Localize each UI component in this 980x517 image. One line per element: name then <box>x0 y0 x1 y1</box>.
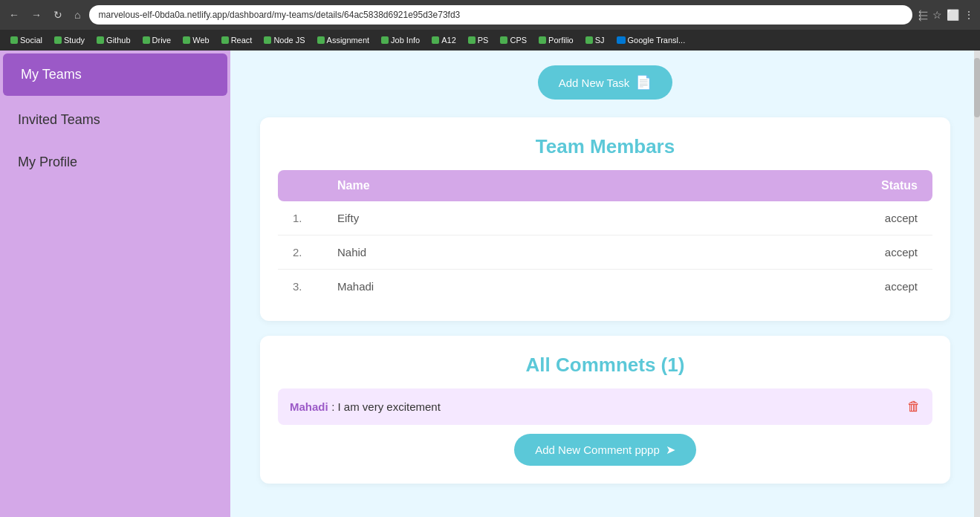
refresh-button[interactable]: ↻ <box>51 6 65 24</box>
browser-chrome: ← → ↻ ⌂ marvelous-elf-0bda0a.netlify.app… <box>0 0 980 30</box>
bookmark-drive[interactable]: Drive <box>138 34 176 46</box>
sidebar-item-invited-teams[interactable]: Invited Teams <box>0 99 230 141</box>
bookmark-icon-drive <box>143 36 150 44</box>
member-status: accept <box>628 201 932 235</box>
bookmark-icon-jobinfo <box>381 36 389 44</box>
member-status: accept <box>628 270 932 304</box>
url-text: marvelous-elf-0bda0a.netlify.app/dashboa… <box>98 10 460 20</box>
main-content: Add New Task 📄 Team Membars Name Status <box>230 51 980 517</box>
back-button[interactable]: ← <box>6 6 22 24</box>
add-comment-button[interactable]: Add New Comment pppp ➤ <box>514 434 696 466</box>
forward-button[interactable]: → <box>28 6 45 24</box>
add-task-button[interactable]: Add New Task 📄 <box>538 65 673 100</box>
add-task-wrapper: Add New Task 📄 <box>260 65 950 100</box>
col-header-index <box>278 170 322 201</box>
menu-icon[interactable]: ⋮ <box>964 9 974 22</box>
delete-comment-button[interactable]: 🗑 <box>907 399 921 414</box>
bookmark-sj[interactable]: SJ <box>581 34 609 46</box>
bookmark-icon-sj <box>585 36 593 44</box>
table-row: 2. Nahid accept <box>278 235 932 270</box>
bookmark-icon-a12 <box>432 36 439 44</box>
member-name: Mahadi <box>322 270 628 304</box>
table-row: 1. Eifty accept <box>278 201 932 235</box>
sidebar-item-my-teams[interactable]: My Teams <box>3 53 227 96</box>
bookmark-assignment[interactable]: Assignment <box>313 34 374 46</box>
comments-card: All Commnets (1) Mahadi : I am very exci… <box>260 336 950 484</box>
comment-item: Mahadi : I am very excitement 🗑 <box>278 388 932 425</box>
member-name: Eifty <box>322 201 628 235</box>
col-header-name: Name <box>322 170 628 201</box>
members-table: Name Status 1. Eifty accept 2. Nahid acc… <box>278 170 932 303</box>
team-members-card: Team Membars Name Status 1. Eifty <box>260 117 950 321</box>
comment-content: Mahadi : I am very excitement <box>290 400 441 414</box>
bookmark-a12[interactable]: A12 <box>427 34 461 46</box>
bookmark-study[interactable]: Study <box>50 34 89 46</box>
star-icon[interactable]: ☆ <box>932 9 942 22</box>
member-status: accept <box>628 235 932 270</box>
bookmark-icon-react <box>221 36 229 44</box>
bookmark-icon-web <box>183 36 190 44</box>
scroll-thumb[interactable] <box>974 58 980 117</box>
bookmark-nodejs[interactable]: Node JS <box>259 34 309 46</box>
sidebar-item-my-profile[interactable]: My Profile <box>0 141 230 183</box>
bookmark-icon-cps <box>500 36 507 44</box>
browser-toolbar-icons: ⬱ ☆ ⬜ ⋮ <box>918 9 974 22</box>
team-members-title: Team Membars <box>278 135 932 158</box>
share-icon[interactable]: ⬱ <box>918 9 928 22</box>
bookmark-cps[interactable]: CPS <box>496 34 531 46</box>
comments-title: All Commnets (1) <box>278 354 932 377</box>
bookmark-icon-porfilio <box>539 36 546 44</box>
table-header-row: Name Status <box>278 170 932 201</box>
bookmark-icon-social <box>10 36 18 44</box>
table-row: 3. Mahadi accept <box>278 270 932 304</box>
bookmark-icon-ps <box>468 36 476 44</box>
bookmark-web[interactable]: Web <box>178 34 213 46</box>
sidebar: My Teams Invited Teams My Profile <box>0 51 230 517</box>
bookmark-icon-assignment <box>317 36 325 44</box>
bookmark-icon-study <box>54 36 62 44</box>
bookmark-social[interactable]: Social <box>6 34 47 46</box>
send-icon: ➤ <box>666 443 675 457</box>
bookmark-icon-github <box>97 36 104 44</box>
bookmark-icon-nodejs <box>264 36 271 44</box>
bookmark-jobinfo[interactable]: Job Info <box>377 34 424 46</box>
bookmark-github[interactable]: Github <box>92 34 134 46</box>
bookmark-google-translate[interactable]: Google Transl... <box>612 34 690 46</box>
address-bar[interactable]: marvelous-elf-0bda0a.netlify.app/dashboa… <box>89 5 912 25</box>
scrollbar[interactable] <box>974 51 980 517</box>
document-icon: 📄 <box>635 74 652 91</box>
col-header-status: Status <box>628 170 932 201</box>
member-name: Nahid <box>322 235 628 270</box>
bookmarks-bar: Social Study Github Drive Web React Node… <box>0 30 980 51</box>
extension-icon[interactable]: ⬜ <box>947 9 959 22</box>
bookmark-ps[interactable]: PS <box>464 34 493 46</box>
member-index: 2. <box>278 235 322 270</box>
add-comment-wrapper: Add New Comment pppp ➤ <box>278 434 932 466</box>
member-index: 1. <box>278 201 322 235</box>
member-index: 3. <box>278 270 322 304</box>
comment-author: Mahadi <box>290 400 328 413</box>
app-layout: My Teams Invited Teams My Profile Add Ne… <box>0 51 980 517</box>
home-button[interactable]: ⌂ <box>71 6 83 24</box>
bookmark-porfilio[interactable]: Porfilio <box>534 34 578 46</box>
comment-text: : I am very excitement <box>331 400 441 413</box>
bookmark-icon-google-translate <box>617 36 626 44</box>
bookmark-react[interactable]: React <box>217 34 257 46</box>
